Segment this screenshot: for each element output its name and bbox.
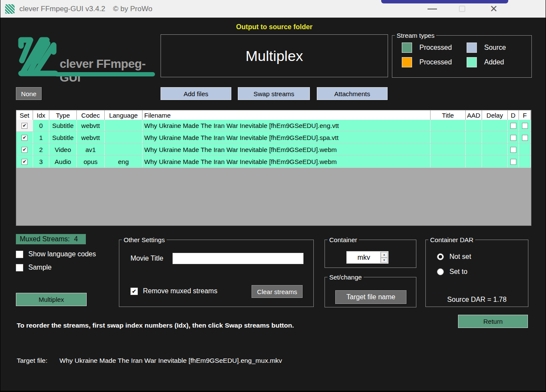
not-set-radio[interactable]: [437, 253, 444, 260]
container-group: Container mkv ▲ ▼: [325, 236, 416, 268]
set-cell: [16, 120, 33, 131]
set-cell: [16, 156, 33, 167]
table-row: 1 Subtitle webvtt Why Ukraine Made The I…: [16, 132, 531, 144]
none-button[interactable]: None: [16, 87, 42, 100]
language-cell: [105, 120, 143, 131]
streams-table: Set Idx Type Codec Language Filename Tit…: [16, 110, 531, 226]
set-checkbox[interactable]: [21, 159, 27, 165]
title-cell[interactable]: [431, 156, 466, 167]
minimize-icon[interactable]: [428, 9, 437, 9]
idx-cell[interactable]: 3: [33, 156, 49, 167]
clear-streams-button[interactable]: Clear streams: [252, 285, 303, 298]
show-language-codes-option[interactable]: Show language codes: [16, 250, 96, 258]
d-checkbox[interactable]: [510, 135, 516, 141]
title-cell[interactable]: [431, 144, 466, 155]
delay-cell[interactable]: [482, 156, 508, 167]
set-cell: [16, 144, 33, 155]
not-set-label: Not set: [449, 253, 471, 261]
app-logo-icon: [5, 4, 15, 14]
added-swatch: [467, 57, 477, 67]
output-destination-note: Output to source folder: [161, 23, 388, 31]
col-title: Title: [431, 110, 466, 120]
multiplex-button[interactable]: Multiplex: [16, 293, 87, 306]
close-icon[interactable]: ✕: [490, 5, 497, 13]
sample-checkbox[interactable]: [16, 264, 23, 271]
language-cell: eng: [105, 156, 143, 167]
reorder-instruction: To reorder the streams, first swap index…: [17, 322, 294, 329]
type-cell: Audio: [49, 156, 77, 167]
swap-streams-button[interactable]: Swap streams: [238, 87, 310, 100]
show-language-codes-label: Show language codes: [28, 250, 96, 258]
spinner-buttons: ▲ ▼: [380, 252, 388, 263]
d-checkbox[interactable]: [510, 159, 516, 165]
title-cell[interactable]: [431, 132, 466, 143]
table-row: 2 Video av1 Why Ukraine Made The Iran Wa…: [16, 144, 531, 156]
table-row: 3 Audio opus eng Why Ukraine Made The Ir…: [16, 156, 531, 168]
col-delay: Delay: [482, 110, 508, 120]
set-checkbox[interactable]: [21, 123, 27, 129]
add-files-button[interactable]: Add files: [161, 87, 231, 100]
col-language: Language: [105, 110, 143, 120]
d-checkbox[interactable]: [510, 123, 516, 129]
idx-cell[interactable]: 2: [33, 144, 49, 155]
f-cell: [519, 132, 531, 143]
remove-muxed-label: Remove muxed streams: [143, 287, 217, 295]
codec-cell: webvtt: [77, 132, 105, 143]
idx-cell[interactable]: 0: [33, 120, 49, 131]
stream-types-legend: Processed Source Processed Added: [392, 39, 531, 67]
set-change-label: Set/change: [328, 273, 364, 281]
processed-green-swatch: [402, 43, 412, 53]
show-language-codes-checkbox[interactable]: [16, 251, 23, 258]
return-button[interactable]: Return: [458, 315, 528, 328]
movie-title-input[interactable]: [173, 253, 303, 264]
stream-types-label: Stream types: [395, 32, 436, 39]
title-cell[interactable]: [431, 120, 466, 131]
delay-cell[interactable]: [482, 120, 508, 131]
set-to-option[interactable]: Set to: [437, 268, 528, 276]
col-type: Type: [49, 110, 77, 120]
remove-muxed-checkbox[interactable]: [130, 288, 138, 295]
type-cell: Subtitle: [49, 120, 77, 131]
spinner-up-icon[interactable]: ▲: [381, 252, 388, 258]
remove-muxed-option[interactable]: Remove muxed streams: [130, 287, 217, 295]
col-codec: Codec: [77, 110, 105, 120]
sample-option[interactable]: Sample: [16, 264, 96, 271]
col-aad: AAD: [466, 110, 482, 120]
maximize-icon[interactable]: [459, 6, 465, 12]
legend-label: Processed: [419, 58, 452, 66]
target-file-value: Why Ukraine Made The Iran War Inevitable…: [60, 357, 282, 365]
set-to-label: Set to: [449, 268, 467, 276]
idx-cell[interactable]: 1: [33, 132, 49, 143]
dar-radios: Not set Set to: [437, 253, 528, 276]
filename-cell: Why Ukraine Made The Iran War Inevitable…: [143, 132, 431, 143]
d-cell: [508, 144, 519, 155]
other-settings-group: Other Settings Movie Title Remove muxed …: [119, 236, 314, 307]
codec-cell: av1: [77, 144, 105, 155]
attachments-button[interactable]: Attachments: [317, 87, 388, 100]
aad-cell: [466, 156, 482, 167]
set-checkbox[interactable]: [21, 147, 27, 153]
filename-cell: Why Ukraine Made The Iran War Inevitable…: [143, 156, 431, 167]
logo-underline: [55, 72, 155, 76]
processed-orange-swatch: [402, 57, 412, 67]
set-to-radio[interactable]: [437, 268, 444, 275]
logo-mark-icon: [17, 35, 58, 77]
f-checkbox[interactable]: [522, 123, 528, 129]
stream-types-group: Stream types Processed Source Processed …: [392, 32, 532, 78]
set-checkbox[interactable]: [21, 135, 27, 141]
delay-cell[interactable]: [482, 144, 508, 155]
container-format-spinner[interactable]: mkv ▲ ▼: [346, 251, 388, 264]
codec-cell: opus: [77, 156, 105, 167]
set-cell: [16, 132, 33, 143]
f-checkbox[interactable]: [522, 135, 528, 141]
container-dar-group: Container DAR Not set Set to Source DAR …: [425, 236, 528, 307]
target-file-row: Target file: Why Ukraine Made The Iran W…: [17, 357, 282, 365]
delay-cell[interactable]: [482, 132, 508, 143]
col-f: F: [519, 110, 531, 120]
spinner-down-icon[interactable]: ▼: [381, 258, 388, 263]
target-file-name-button[interactable]: Target file name: [335, 290, 406, 304]
not-set-option[interactable]: Not set: [437, 253, 528, 261]
d-checkbox[interactable]: [510, 147, 516, 153]
container-dar-label: Container DAR: [428, 236, 475, 243]
window-title: clever FFmpeg-GUI v3.4.2: [19, 5, 105, 13]
